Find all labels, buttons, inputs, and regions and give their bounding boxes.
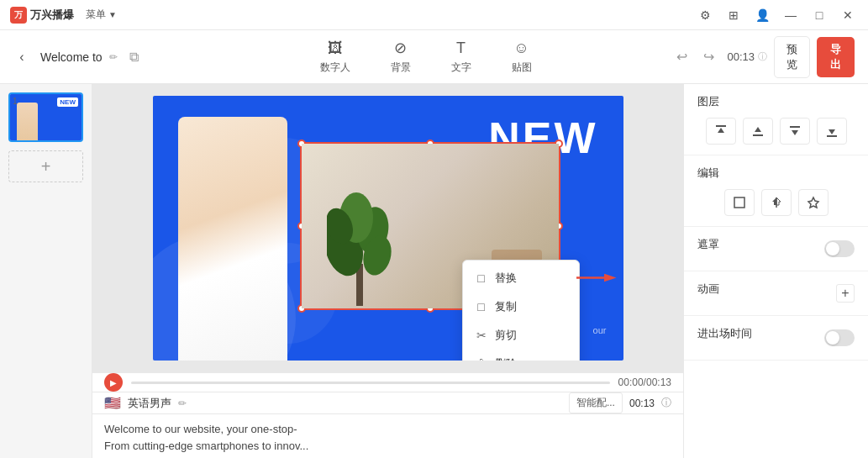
canvas-controls: ▶ 00:00/00:13 — [92, 372, 683, 392]
minimize-button[interactable]: — — [781, 5, 801, 25]
edit-title: 编辑 — [697, 166, 855, 181]
add-slide-button[interactable]: + — [8, 150, 83, 182]
slide-number: 1 — [13, 97, 18, 106]
enter-exit-toggle-switch[interactable] — [824, 329, 855, 346]
digital-human-label: 数字人 — [320, 61, 350, 75]
context-copy[interactable]: □ 复制 — [463, 292, 579, 321]
layer-controls — [697, 118, 855, 145]
settings-icon[interactable]: ⚙ — [695, 5, 715, 25]
timer-info-icon: ⓘ — [758, 50, 767, 63]
context-delete-label: 删除 — [495, 356, 517, 361]
cut-icon: ✂ — [475, 329, 488, 342]
app-name: 万兴播爆 — [30, 8, 74, 23]
toolbar-center: 🖼 数字人 ⊘ 背景 T 文字 ☺ 贴图 — [168, 35, 683, 78]
animation-section: 动画 + — [684, 271, 868, 316]
subtitle-line1: Welcome to our website, your one-stop- — [104, 421, 671, 438]
svg-marker-18 — [772, 197, 776, 205]
canvas-avatar — [178, 117, 287, 361]
sticker-button[interactable]: ☺ 贴图 — [505, 36, 539, 78]
plus-icon: + — [41, 157, 51, 176]
layer-down-button[interactable] — [780, 118, 810, 145]
close-button[interactable]: ✕ — [838, 5, 858, 25]
preview-button[interactable]: 预览 — [774, 36, 810, 78]
arrow-indicator — [575, 268, 617, 289]
redo-button[interactable]: ↪ — [697, 45, 720, 69]
background-label: 背景 — [391, 61, 411, 75]
svg-marker-15 — [829, 129, 835, 134]
edit-controls — [697, 189, 855, 216]
add-animation-button[interactable]: + — [836, 284, 855, 303]
undo-button[interactable]: ↩ — [670, 45, 693, 69]
slide-badge: NEW — [57, 97, 78, 107]
context-replace-label: 替换 — [495, 271, 517, 286]
slide-avatar — [17, 103, 38, 140]
canvas-wrapper: NEW our — [92, 84, 683, 372]
delete-icon: 🗑 — [475, 357, 488, 361]
toolbar-left: ‹ Welcome to ✏ ⧉ — [0, 45, 168, 69]
right-panel: 图层 — [683, 84, 868, 458]
style-button[interactable] — [798, 189, 829, 216]
title-bar: 万 万兴播爆 菜单 ▼ ⚙ ⊞ 👤 — □ ✕ — [0, 0, 868, 30]
time-display: 00:00/00:13 — [618, 376, 671, 388]
back-button[interactable]: ‹ — [10, 45, 34, 69]
copy-icon: □ — [475, 300, 488, 313]
profile-icon[interactable]: 👤 — [752, 5, 772, 25]
timer-display: 00:13 ⓘ — [727, 50, 767, 63]
mask-toggle-switch[interactable] — [824, 240, 855, 257]
grid-icon[interactable]: ⊞ — [723, 5, 744, 25]
smart-match-button[interactable]: 智能配... — [569, 392, 623, 413]
svg-rect-16 — [734, 197, 744, 208]
svg-marker-9 — [718, 128, 724, 133]
play-button[interactable]: ▶ — [104, 373, 123, 392]
slide-item-1[interactable]: NEW 1 — [8, 92, 83, 142]
layer-top-button[interactable] — [706, 118, 736, 145]
layers-title: 图层 — [697, 94, 855, 109]
edit-section: 编辑 — [684, 155, 868, 227]
undo-redo-group: ↩ ↪ — [670, 45, 720, 69]
context-cut[interactable]: ✂ 剪切 — [463, 321, 579, 350]
enter-exit-toggle-knob — [826, 331, 839, 345]
slide-preview-bg: NEW — [10, 94, 82, 140]
edit-title-icon[interactable]: ✏ — [109, 51, 118, 63]
mask-section: 遮罩 — [684, 227, 868, 271]
context-replace[interactable]: □ 替换 — [463, 264, 579, 292]
export-button[interactable]: 导出 — [817, 37, 855, 77]
sticker-label: 贴图 — [512, 61, 532, 75]
toolbar-right: ↩ ↪ 00:13 ⓘ 预览 导出 — [683, 36, 868, 78]
svg-marker-20 — [808, 197, 818, 208]
svg-marker-10 — [755, 127, 761, 132]
maximize-button[interactable]: □ — [809, 5, 829, 25]
background-button[interactable]: ⊘ 背景 — [384, 35, 418, 78]
main-content: NEW 1 + NEW our — [0, 84, 868, 458]
copy-title-icon[interactable]: ⧉ — [129, 50, 139, 65]
avatar-figure — [178, 117, 287, 361]
layer-bottom-button[interactable] — [817, 118, 847, 145]
subtitle-line2: From cutting-edge smartphones to innov..… — [104, 438, 671, 455]
digital-human-icon: 🖼 — [328, 39, 343, 57]
main-canvas[interactable]: NEW our — [153, 96, 623, 361]
context-delete[interactable]: 🗑 删除 — [463, 350, 579, 361]
audio-edit-icon[interactable]: ✏ — [178, 397, 187, 409]
text-button[interactable]: T 文字 — [445, 36, 478, 78]
project-title: Welcome to — [40, 50, 103, 64]
chevron-down-icon: ▼ — [108, 10, 117, 19]
layer-up-button[interactable] — [743, 118, 773, 145]
sticker-icon: ☺ — [513, 39, 529, 57]
logo-icon: 万 — [10, 7, 27, 24]
crop-button[interactable] — [724, 189, 755, 216]
app-logo: 万 万兴播爆 — [10, 7, 74, 24]
flip-button[interactable] — [761, 189, 792, 216]
audio-label: 英语男声 — [128, 396, 171, 411]
mask-toggle-knob — [826, 242, 839, 255]
animation-title: 动画 — [697, 282, 719, 297]
mask-title: 遮罩 — [697, 237, 719, 252]
menu-button[interactable]: 菜单 ▼ — [81, 5, 122, 24]
slides-panel: NEW 1 + — [0, 84, 92, 458]
progress-bar[interactable] — [131, 382, 610, 384]
timer-value: 00:13 — [727, 50, 755, 63]
subtitle-bar: Welcome to our website, your one-stop- F… — [92, 413, 683, 458]
background-icon: ⊘ — [394, 39, 407, 57]
digital-human-button[interactable]: 🖼 数字人 — [313, 36, 357, 78]
context-cut-label: 剪切 — [495, 328, 517, 343]
audio-bar: 🇺🇸 英语男声 ✏ 智能配... 00:13 ⓘ — [92, 392, 683, 413]
